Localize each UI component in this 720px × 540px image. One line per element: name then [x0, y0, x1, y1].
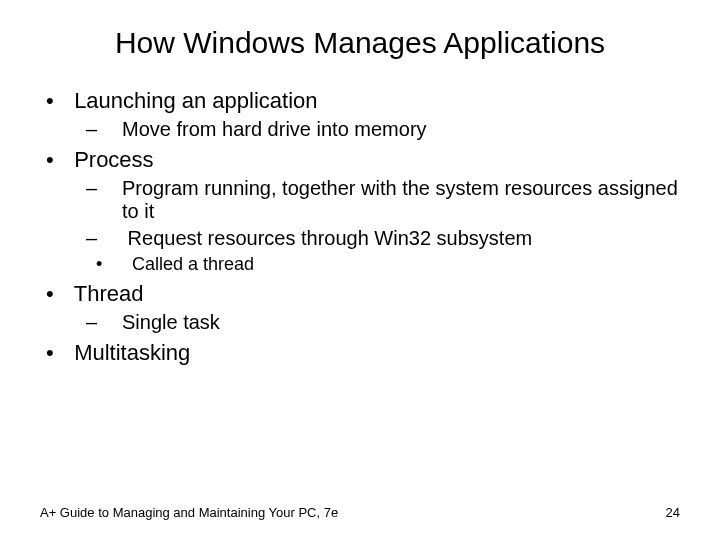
bullet-item: Thread Single task — [68, 281, 680, 334]
slide-title: How Windows Manages Applications — [40, 26, 680, 60]
sub-bullet-item: Program running, together with the syste… — [104, 177, 680, 223]
sub-bullet-item: Request resources through Win32 subsyste… — [104, 227, 680, 275]
bullet-text: Multitasking — [74, 340, 190, 365]
sub-bullet-item: Single task — [104, 311, 680, 334]
bullet-text: Process — [74, 147, 153, 172]
bullet-text: Program running, together with the syste… — [122, 177, 678, 222]
sub-sub-bullet-item: Called a thread — [150, 254, 680, 275]
bullet-text: Thread — [74, 281, 144, 306]
bullet-text: Move from hard drive into memory — [122, 118, 427, 140]
bullet-text: Request resources through Win32 subsyste… — [128, 227, 533, 249]
bullet-text: Called a thread — [132, 254, 254, 274]
footer-source: A+ Guide to Managing and Maintaining You… — [40, 505, 338, 520]
bullet-item: Process Program running, together with t… — [68, 147, 680, 275]
bullet-item: Launching an application Move from hard … — [68, 88, 680, 141]
slide: How Windows Manages Applications Launchi… — [0, 0, 720, 540]
bullet-text: Launching an application — [74, 88, 317, 113]
bullet-list: Launching an application Move from hard … — [40, 88, 680, 366]
sub-bullet-item: Move from hard drive into memory — [104, 118, 680, 141]
bullet-item: Multitasking — [68, 340, 680, 366]
page-number: 24 — [666, 505, 680, 520]
bullet-text: Single task — [122, 311, 220, 333]
footer: A+ Guide to Managing and Maintaining You… — [40, 505, 680, 520]
